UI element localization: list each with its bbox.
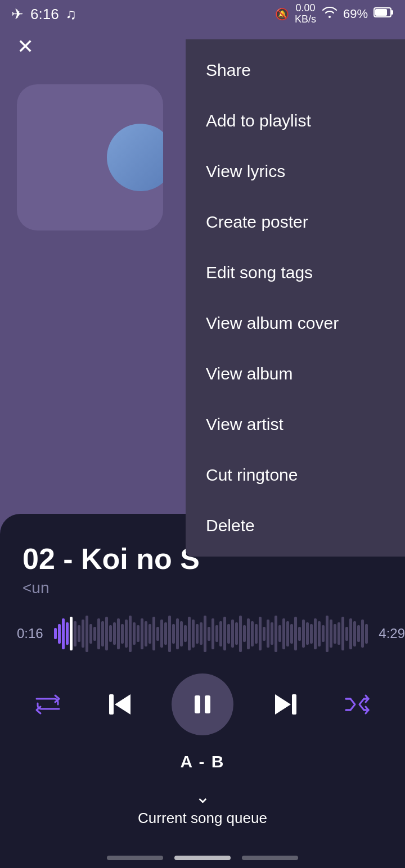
next-button[interactable]: [266, 685, 305, 724]
menu-item-view-artist[interactable]: View artist: [186, 399, 405, 450]
svg-marker-3: [115, 694, 130, 715]
pause-button[interactable]: [172, 673, 233, 735]
menu-item-view-lyrics[interactable]: View lyrics: [186, 146, 405, 197]
silent-icon: 🔕: [275, 7, 289, 21]
album-card: [17, 84, 163, 230]
ab-repeat-label[interactable]: A - B: [17, 752, 388, 771]
svg-rect-6: [205, 695, 210, 713]
network-speed: 0.00KB/s: [295, 3, 316, 25]
battery-icon: [374, 7, 394, 21]
repeat-button[interactable]: [28, 685, 68, 724]
wifi-icon: [322, 6, 338, 22]
battery-percent: 69%: [343, 7, 368, 21]
menu-item-cut-ringtone[interactable]: Cut ringtone: [186, 450, 405, 500]
album-art-circle: [107, 124, 163, 191]
previous-button[interactable]: [100, 685, 140, 724]
song-subtitle: <un: [22, 579, 388, 597]
waveform-container[interactable]: 0:16 4:29: [17, 614, 388, 653]
current-time: 0:16: [17, 626, 45, 641]
album-area: [0, 28, 186, 540]
menu-item-share[interactable]: Share: [186, 45, 405, 96]
menu-item-edit-song-tags[interactable]: Edit song tags: [186, 247, 405, 298]
close-button[interactable]: ✕: [11, 33, 39, 61]
nav-dot-2: [174, 856, 231, 860]
bottom-nav: [0, 856, 405, 860]
status-bar: ✈ 6:16 ♫ 🔕 0.00KB/s 69%: [0, 0, 405, 28]
status-left: ✈ 6:16 ♫: [11, 6, 76, 23]
waveform[interactable]: [54, 614, 368, 653]
queue-section[interactable]: ⌄ Current song queue: [17, 786, 388, 827]
player-area: 02 - Koi no S <un 0:16 4:29: [0, 514, 405, 868]
svg-rect-1: [391, 10, 393, 15]
svg-marker-7: [275, 694, 291, 715]
status-time: 6:16: [30, 6, 59, 23]
menu-item-delete[interactable]: Delete: [186, 500, 405, 551]
menu-item-add-to-playlist[interactable]: Add to playlist: [186, 96, 405, 146]
playback-controls: [17, 673, 388, 735]
svg-rect-8: [292, 694, 296, 715]
nav-dot-1: [107, 856, 163, 860]
svg-rect-2: [375, 9, 387, 16]
queue-label: Current song queue: [138, 810, 267, 827]
chevron-up-icon: ⌄: [195, 786, 210, 807]
shuffle-button[interactable]: [338, 685, 377, 724]
context-menu: Share Add to playlist View lyrics Create…: [186, 39, 405, 557]
menu-item-view-album-cover[interactable]: View album cover: [186, 298, 405, 349]
airplane-icon: ✈: [11, 6, 24, 23]
svg-rect-4: [109, 694, 114, 715]
music-note-icon: ♫: [66, 6, 77, 23]
menu-item-view-album[interactable]: View album: [186, 349, 405, 399]
total-time: 4:29: [377, 626, 405, 641]
svg-rect-5: [195, 695, 200, 713]
nav-dot-3: [242, 856, 298, 860]
menu-item-create-poster[interactable]: Create poster: [186, 197, 405, 247]
status-right: 🔕 0.00KB/s 69%: [275, 3, 394, 25]
